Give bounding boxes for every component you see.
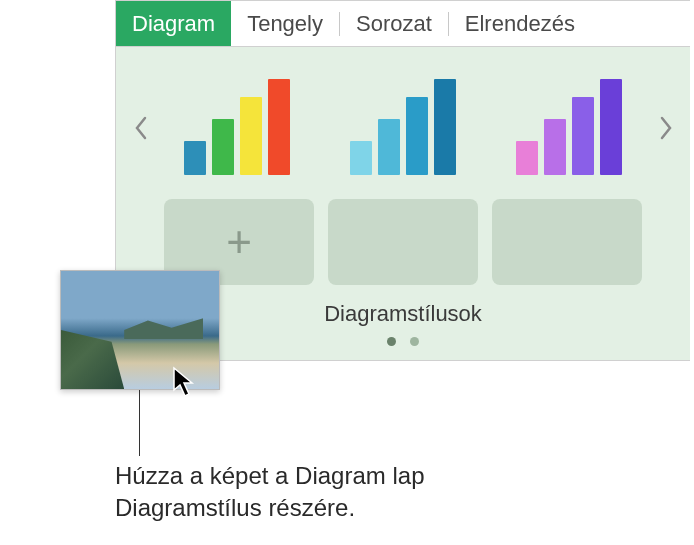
preview-bar xyxy=(268,79,290,175)
tab-layout[interactable]: Elrendezés xyxy=(449,1,591,46)
preview-bar xyxy=(406,97,428,175)
chevron-right-icon[interactable] xyxy=(649,78,682,178)
preview-bar xyxy=(572,97,594,175)
empty-style-slot[interactable] xyxy=(328,199,478,285)
preview-bar xyxy=(544,119,566,175)
tab-series[interactable]: Sorozat xyxy=(340,1,448,46)
callout-text: Húzza a képet a Diagram lap Diagramstílu… xyxy=(115,460,535,525)
page-dot[interactable] xyxy=(387,337,396,346)
tab-axis[interactable]: Tengely xyxy=(231,1,339,46)
chart-style-preview[interactable] xyxy=(161,73,313,183)
preview-bar xyxy=(434,79,456,175)
tab-bar: Diagram Tengely Sorozat Elrendezés xyxy=(116,1,690,47)
tab-diagram[interactable]: Diagram xyxy=(116,1,231,46)
plus-icon: + xyxy=(226,220,252,264)
chart-style-preview[interactable] xyxy=(493,73,645,183)
preview-bar xyxy=(516,141,538,175)
preview-bar xyxy=(184,141,206,175)
styles-carousel xyxy=(116,73,690,183)
chart-style-preview[interactable] xyxy=(327,73,479,183)
style-previews xyxy=(157,73,649,183)
empty-style-slot[interactable] xyxy=(492,199,642,285)
chevron-left-icon[interactable] xyxy=(124,78,157,178)
preview-bar xyxy=(350,141,372,175)
callout-line xyxy=(139,390,140,456)
cursor-icon xyxy=(172,366,200,398)
page-dot[interactable] xyxy=(410,337,419,346)
preview-bar xyxy=(212,119,234,175)
preview-bar xyxy=(378,119,400,175)
preview-bar xyxy=(240,97,262,175)
preview-bar xyxy=(600,79,622,175)
